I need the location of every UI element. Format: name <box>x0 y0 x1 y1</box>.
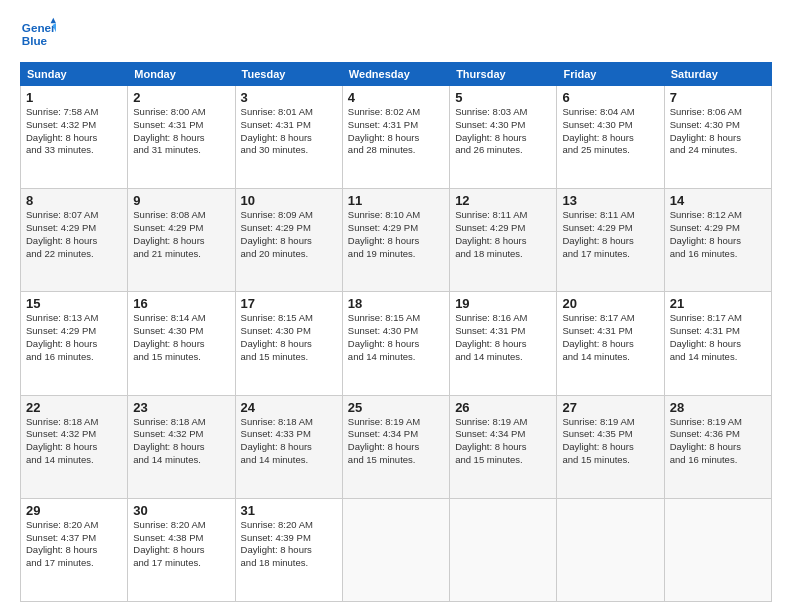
calendar-row: 8Sunrise: 8:07 AMSunset: 4:29 PMDaylight… <box>21 189 772 292</box>
day-info: Sunrise: 8:04 AMSunset: 4:30 PMDaylight:… <box>562 106 634 155</box>
day-info: Sunrise: 8:11 AMSunset: 4:29 PMDaylight:… <box>562 209 634 258</box>
header-monday: Monday <box>128 63 235 86</box>
day-info: Sunrise: 8:13 AMSunset: 4:29 PMDaylight:… <box>26 312 98 361</box>
table-row: 23Sunrise: 8:18 AMSunset: 4:32 PMDayligh… <box>128 395 235 498</box>
day-info: Sunrise: 8:00 AMSunset: 4:31 PMDaylight:… <box>133 106 205 155</box>
day-number: 20 <box>562 296 658 311</box>
table-row: 13Sunrise: 8:11 AMSunset: 4:29 PMDayligh… <box>557 189 664 292</box>
table-row: 8Sunrise: 8:07 AMSunset: 4:29 PMDaylight… <box>21 189 128 292</box>
day-number: 15 <box>26 296 122 311</box>
day-info: Sunrise: 8:15 AMSunset: 4:30 PMDaylight:… <box>241 312 313 361</box>
calendar-table: Sunday Monday Tuesday Wednesday Thursday… <box>20 62 772 602</box>
day-number: 9 <box>133 193 229 208</box>
table-row: 12Sunrise: 8:11 AMSunset: 4:29 PMDayligh… <box>450 189 557 292</box>
day-info: Sunrise: 8:17 AMSunset: 4:31 PMDaylight:… <box>562 312 634 361</box>
table-row <box>450 498 557 601</box>
header: General Blue <box>20 16 772 52</box>
table-row: 9Sunrise: 8:08 AMSunset: 4:29 PMDaylight… <box>128 189 235 292</box>
calendar-row: 29Sunrise: 8:20 AMSunset: 4:37 PMDayligh… <box>21 498 772 601</box>
header-friday: Friday <box>557 63 664 86</box>
table-row <box>342 498 449 601</box>
day-number: 8 <box>26 193 122 208</box>
day-info: Sunrise: 8:14 AMSunset: 4:30 PMDaylight:… <box>133 312 205 361</box>
table-row: 2Sunrise: 8:00 AMSunset: 4:31 PMDaylight… <box>128 86 235 189</box>
logo-icon: General Blue <box>20 16 56 52</box>
day-number: 16 <box>133 296 229 311</box>
day-info: Sunrise: 8:19 AMSunset: 4:34 PMDaylight:… <box>455 416 527 465</box>
table-row: 1Sunrise: 7:58 AMSunset: 4:32 PMDaylight… <box>21 86 128 189</box>
table-row: 25Sunrise: 8:19 AMSunset: 4:34 PMDayligh… <box>342 395 449 498</box>
day-info: Sunrise: 8:18 AMSunset: 4:33 PMDaylight:… <box>241 416 313 465</box>
table-row <box>557 498 664 601</box>
day-number: 22 <box>26 400 122 415</box>
table-row: 21Sunrise: 8:17 AMSunset: 4:31 PMDayligh… <box>664 292 771 395</box>
day-number: 18 <box>348 296 444 311</box>
table-row: 30Sunrise: 8:20 AMSunset: 4:38 PMDayligh… <box>128 498 235 601</box>
day-info: Sunrise: 8:20 AMSunset: 4:39 PMDaylight:… <box>241 519 313 568</box>
day-number: 4 <box>348 90 444 105</box>
day-number: 26 <box>455 400 551 415</box>
day-number: 19 <box>455 296 551 311</box>
weekday-header-row: Sunday Monday Tuesday Wednesday Thursday… <box>21 63 772 86</box>
day-info: Sunrise: 8:11 AMSunset: 4:29 PMDaylight:… <box>455 209 527 258</box>
table-row: 31Sunrise: 8:20 AMSunset: 4:39 PMDayligh… <box>235 498 342 601</box>
day-info: Sunrise: 8:15 AMSunset: 4:30 PMDaylight:… <box>348 312 420 361</box>
day-number: 6 <box>562 90 658 105</box>
table-row: 6Sunrise: 8:04 AMSunset: 4:30 PMDaylight… <box>557 86 664 189</box>
day-number: 14 <box>670 193 766 208</box>
header-sunday: Sunday <box>21 63 128 86</box>
table-row: 27Sunrise: 8:19 AMSunset: 4:35 PMDayligh… <box>557 395 664 498</box>
day-info: Sunrise: 8:17 AMSunset: 4:31 PMDaylight:… <box>670 312 742 361</box>
header-tuesday: Tuesday <box>235 63 342 86</box>
day-number: 28 <box>670 400 766 415</box>
table-row: 20Sunrise: 8:17 AMSunset: 4:31 PMDayligh… <box>557 292 664 395</box>
day-info: Sunrise: 8:10 AMSunset: 4:29 PMDaylight:… <box>348 209 420 258</box>
day-info: Sunrise: 8:19 AMSunset: 4:34 PMDaylight:… <box>348 416 420 465</box>
page: General Blue Sunday Monday Tuesday Wedne… <box>0 0 792 612</box>
svg-text:Blue: Blue <box>22 34 48 47</box>
day-info: Sunrise: 8:19 AMSunset: 4:36 PMDaylight:… <box>670 416 742 465</box>
day-info: Sunrise: 8:07 AMSunset: 4:29 PMDaylight:… <box>26 209 98 258</box>
calendar-row: 15Sunrise: 8:13 AMSunset: 4:29 PMDayligh… <box>21 292 772 395</box>
day-number: 2 <box>133 90 229 105</box>
table-row: 18Sunrise: 8:15 AMSunset: 4:30 PMDayligh… <box>342 292 449 395</box>
table-row: 22Sunrise: 8:18 AMSunset: 4:32 PMDayligh… <box>21 395 128 498</box>
table-row: 29Sunrise: 8:20 AMSunset: 4:37 PMDayligh… <box>21 498 128 601</box>
day-info: Sunrise: 8:06 AMSunset: 4:30 PMDaylight:… <box>670 106 742 155</box>
day-info: Sunrise: 8:09 AMSunset: 4:29 PMDaylight:… <box>241 209 313 258</box>
day-info: Sunrise: 8:08 AMSunset: 4:29 PMDaylight:… <box>133 209 205 258</box>
table-row: 15Sunrise: 8:13 AMSunset: 4:29 PMDayligh… <box>21 292 128 395</box>
table-row: 14Sunrise: 8:12 AMSunset: 4:29 PMDayligh… <box>664 189 771 292</box>
table-row: 3Sunrise: 8:01 AMSunset: 4:31 PMDaylight… <box>235 86 342 189</box>
day-number: 5 <box>455 90 551 105</box>
day-info: Sunrise: 8:02 AMSunset: 4:31 PMDaylight:… <box>348 106 420 155</box>
table-row: 24Sunrise: 8:18 AMSunset: 4:33 PMDayligh… <box>235 395 342 498</box>
table-row: 7Sunrise: 8:06 AMSunset: 4:30 PMDaylight… <box>664 86 771 189</box>
day-info: Sunrise: 7:58 AMSunset: 4:32 PMDaylight:… <box>26 106 98 155</box>
logo: General Blue <box>20 16 56 52</box>
table-row: 19Sunrise: 8:16 AMSunset: 4:31 PMDayligh… <box>450 292 557 395</box>
table-row: 5Sunrise: 8:03 AMSunset: 4:30 PMDaylight… <box>450 86 557 189</box>
day-info: Sunrise: 8:16 AMSunset: 4:31 PMDaylight:… <box>455 312 527 361</box>
day-info: Sunrise: 8:18 AMSunset: 4:32 PMDaylight:… <box>133 416 205 465</box>
day-info: Sunrise: 8:01 AMSunset: 4:31 PMDaylight:… <box>241 106 313 155</box>
day-number: 12 <box>455 193 551 208</box>
table-row: 4Sunrise: 8:02 AMSunset: 4:31 PMDaylight… <box>342 86 449 189</box>
table-row: 10Sunrise: 8:09 AMSunset: 4:29 PMDayligh… <box>235 189 342 292</box>
day-number: 31 <box>241 503 337 518</box>
day-info: Sunrise: 8:19 AMSunset: 4:35 PMDaylight:… <box>562 416 634 465</box>
day-number: 13 <box>562 193 658 208</box>
day-number: 25 <box>348 400 444 415</box>
table-row: 11Sunrise: 8:10 AMSunset: 4:29 PMDayligh… <box>342 189 449 292</box>
day-info: Sunrise: 8:12 AMSunset: 4:29 PMDaylight:… <box>670 209 742 258</box>
calendar-row: 1Sunrise: 7:58 AMSunset: 4:32 PMDaylight… <box>21 86 772 189</box>
day-info: Sunrise: 8:20 AMSunset: 4:37 PMDaylight:… <box>26 519 98 568</box>
header-thursday: Thursday <box>450 63 557 86</box>
day-number: 30 <box>133 503 229 518</box>
day-info: Sunrise: 8:20 AMSunset: 4:38 PMDaylight:… <box>133 519 205 568</box>
calendar-row: 22Sunrise: 8:18 AMSunset: 4:32 PMDayligh… <box>21 395 772 498</box>
day-number: 17 <box>241 296 337 311</box>
day-number: 24 <box>241 400 337 415</box>
header-saturday: Saturday <box>664 63 771 86</box>
day-number: 1 <box>26 90 122 105</box>
